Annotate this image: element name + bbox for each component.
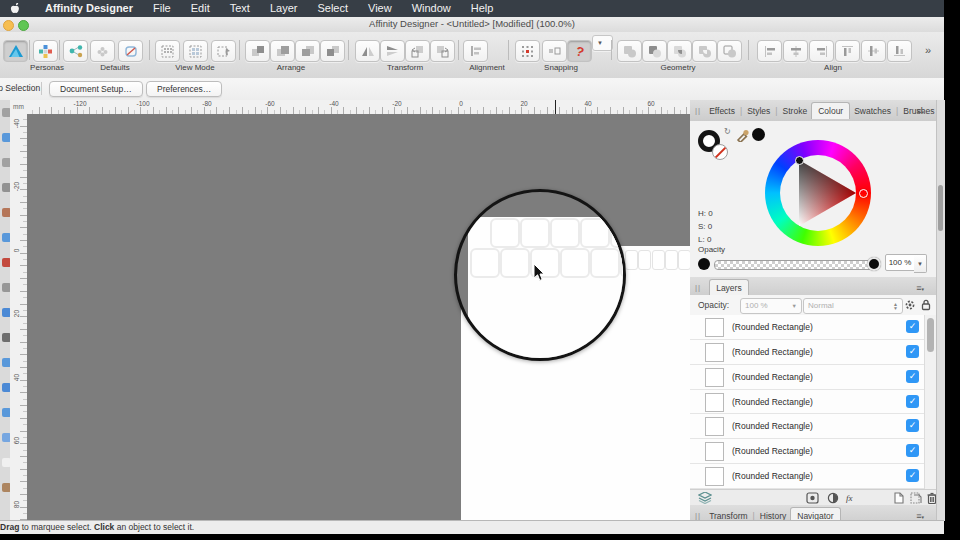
align-left-button[interactable]	[757, 40, 782, 62]
preferences-button[interactable]: Preferences…	[146, 81, 222, 97]
rotate-cw-button[interactable]	[430, 40, 455, 62]
move-to-back-button[interactable]	[320, 40, 345, 62]
mask-icon[interactable]	[806, 492, 819, 504]
panel-drag-handle[interactable]: ||	[695, 106, 701, 115]
hue-ring-marker[interactable]	[859, 189, 868, 198]
layer-thumbnail[interactable]	[705, 318, 724, 337]
blend-mode-dropdown[interactable]: Normal ▲▼	[803, 298, 903, 314]
adjustment-icon[interactable]	[827, 492, 839, 504]
geom-add-button[interactable]	[617, 40, 642, 62]
align-middle-v-button[interactable]	[861, 40, 886, 62]
align-right-button[interactable]	[809, 40, 834, 62]
panel-edge-scrollbar[interactable]	[936, 100, 945, 521]
menu-view[interactable]: View	[358, 0, 402, 17]
opacity-slider-knob[interactable]	[867, 257, 881, 271]
layer-row[interactable]: (Rounded Rectangle) ✓	[690, 464, 924, 489]
duplicate-layer-icon[interactable]	[910, 492, 922, 504]
opacity-dropdown-icon[interactable]: ▼	[914, 254, 927, 273]
layer-row[interactable]: (Rounded Rectangle) ✓	[690, 315, 924, 340]
window-titlebar[interactable]: Affinity Designer - <Untitled> [Modified…	[0, 17, 944, 33]
document-setup-button[interactable]: Document Setup…	[49, 81, 143, 97]
canvas[interactable]	[27, 114, 690, 520]
layer-visibility-checkbox[interactable]: ✓	[906, 469, 919, 482]
layers-opacity-dropdown[interactable]: 100 %▼	[740, 298, 802, 314]
layer-row[interactable]: (Rounded Rectangle) ✓	[690, 340, 924, 365]
tab-swatches[interactable]: Swatches	[852, 106, 893, 116]
menu-edit[interactable]: Edit	[181, 0, 220, 17]
layer-visibility-checkbox[interactable]: ✓	[906, 320, 919, 333]
opacity-value[interactable]: 100 %	[885, 254, 915, 271]
panel-edge-scrollbar-thumb[interactable]	[938, 185, 943, 231]
alignment-button[interactable]	[463, 40, 488, 62]
move-forward-button[interactable]	[270, 40, 295, 62]
tab-colour[interactable]: Colour	[811, 102, 850, 119]
lock-icon[interactable]	[919, 298, 932, 311]
align-center-h-button[interactable]	[783, 40, 808, 62]
layer-row[interactable]: (Rounded Rectangle) ✓	[690, 365, 924, 390]
vertical-ruler[interactable]: -40-20020406080	[10, 114, 28, 520]
layer-visibility-checkbox[interactable]: ✓	[906, 395, 919, 408]
move-to-front-button[interactable]	[245, 40, 270, 62]
menu-file[interactable]: File	[143, 0, 181, 17]
fx-icon[interactable]: fx	[846, 493, 853, 503]
menu-app-name[interactable]: Affinity Designer	[35, 0, 143, 17]
panel-menu-icon[interactable]: ≡▾	[916, 283, 924, 293]
layers-scrollbar-thumb[interactable]	[927, 318, 934, 352]
menu-window[interactable]: Window	[402, 0, 461, 17]
snap-bounds-button[interactable]	[542, 40, 567, 62]
tab-stroke[interactable]: Stroke	[781, 106, 810, 116]
opacity-slider[interactable]	[714, 260, 879, 270]
pixel-view-button[interactable]	[183, 40, 208, 62]
tab-history[interactable]: History	[758, 511, 788, 521]
layer-thumbnail[interactable]	[705, 442, 724, 461]
toolbar-overflow-chevron[interactable]: »	[925, 44, 931, 56]
horizontal-ruler[interactable]: -120-100-80-60-40-200204060	[27, 100, 690, 115]
panel-menu-icon[interactable]: ≡▾	[916, 511, 924, 521]
menu-layer[interactable]: Layer	[260, 0, 308, 17]
layer-visibility-checkbox[interactable]: ✓	[906, 444, 919, 457]
tab-layers[interactable]: Layers	[709, 279, 749, 296]
move-backward-button[interactable]	[295, 40, 320, 62]
flip-horizontal-button[interactable]	[355, 40, 380, 62]
panel-drag-handle[interactable]: ||	[695, 511, 701, 520]
triangle-marker[interactable]	[795, 156, 804, 165]
revert-defaults-button[interactable]	[118, 40, 143, 62]
layer-thumbnail[interactable]	[705, 368, 724, 387]
retina-view-button[interactable]	[211, 40, 236, 62]
layer-thumbnail[interactable]	[705, 467, 724, 486]
layers-list[interactable]: (Rounded Rectangle) ✓ (Rounded Rectangle…	[690, 315, 924, 489]
swap-colours-icon[interactable]: ↻	[724, 127, 731, 136]
layer-thumbnail[interactable]	[705, 393, 724, 412]
pixel-persona-button[interactable]	[33, 40, 58, 62]
hue-wheel[interactable]	[765, 140, 871, 246]
menu-text[interactable]: Text	[220, 0, 260, 17]
layer-row[interactable]: (Rounded Rectangle) ✓	[690, 439, 924, 464]
affinity-designer-persona-button[interactable]	[3, 40, 28, 62]
snap-grid-button[interactable]	[515, 40, 540, 62]
synchronise-defaults-button[interactable]	[90, 40, 115, 62]
layer-thumbnail[interactable]	[705, 417, 724, 436]
layer-visibility-checkbox[interactable]: ✓	[906, 345, 919, 358]
align-top-button[interactable]	[835, 40, 860, 62]
layers-stack-icon[interactable]	[698, 492, 712, 504]
layer-thumbnail[interactable]	[705, 343, 724, 362]
export-persona-button[interactable]	[63, 40, 88, 62]
saturation-lightness-triangle[interactable]	[765, 140, 871, 246]
layer-visibility-checkbox[interactable]: ✓	[906, 419, 919, 432]
geom-intersect-button[interactable]	[667, 40, 692, 62]
geom-divide-button[interactable]	[717, 40, 742, 62]
geom-xor-button[interactable]	[692, 40, 717, 62]
layer-visibility-checkbox[interactable]: ✓	[906, 370, 919, 383]
snapping-options-dropdown[interactable]: ▼	[592, 35, 613, 51]
snapping-magnet-button[interactable]: ?	[567, 40, 592, 62]
new-layer-icon[interactable]	[894, 492, 904, 504]
picked-colour-swatch[interactable]	[752, 128, 765, 141]
gear-icon[interactable]	[903, 298, 916, 311]
menu-select[interactable]: Select	[307, 0, 358, 17]
tab-transform[interactable]: Transform	[707, 511, 749, 521]
tab-styles[interactable]: Styles	[745, 106, 772, 116]
apple-menu-icon[interactable]	[10, 3, 21, 15]
geom-subtract-button[interactable]	[642, 40, 667, 62]
vector-view-button[interactable]	[155, 40, 180, 62]
align-bottom-button[interactable]	[887, 40, 912, 62]
